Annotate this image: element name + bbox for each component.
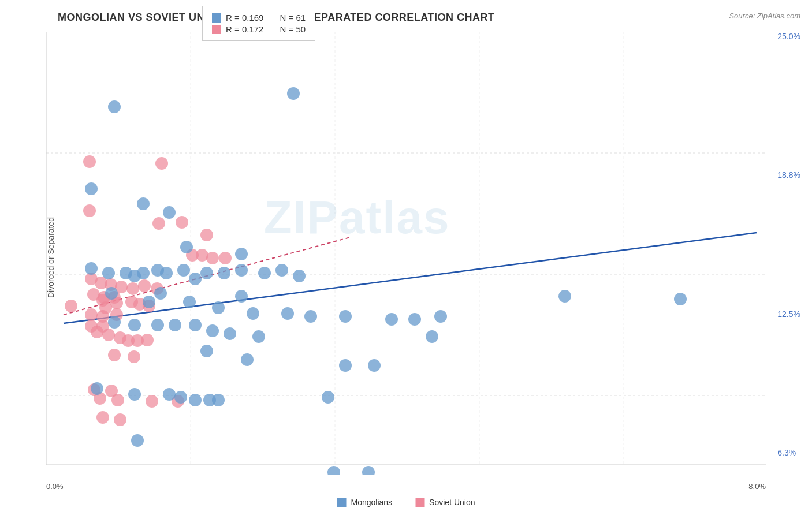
- svg-point-112: [212, 394, 225, 406]
- svg-point-41: [102, 329, 115, 341]
- svg-point-18: [200, 229, 213, 241]
- svg-point-63: [85, 182, 98, 195]
- svg-point-64: [137, 197, 150, 210]
- svg-point-65: [163, 206, 176, 219]
- svg-point-80: [258, 267, 271, 279]
- bottom-legend-mongolian: Mongolians: [337, 498, 393, 507]
- svg-point-72: [137, 267, 150, 279]
- svg-point-97: [128, 319, 141, 331]
- svg-point-35: [85, 308, 98, 321]
- mongolian-swatch: [212, 13, 221, 23]
- legend-row-mongolian: R = 0.169 N = 61: [212, 13, 306, 23]
- svg-point-101: [206, 324, 219, 337]
- svg-point-52: [146, 395, 158, 408]
- x-label-end: 8.0%: [748, 482, 766, 491]
- svg-point-90: [281, 307, 294, 320]
- svg-point-89: [247, 307, 259, 320]
- svg-point-114: [131, 434, 144, 447]
- svg-point-77: [200, 267, 213, 279]
- svg-point-100: [189, 319, 202, 331]
- svg-point-53: [96, 411, 109, 424]
- svg-point-102: [224, 327, 236, 340]
- source-label: Source: ZipAtlas.com: [729, 12, 800, 20]
- svg-point-78: [218, 267, 230, 279]
- y-axis-labels: 25.0% 18.8% 12.5% 6.3%: [777, 32, 800, 457]
- svg-point-45: [141, 334, 154, 346]
- svg-point-88: [212, 301, 225, 314]
- svg-point-57: [99, 301, 112, 314]
- svg-point-117: [558, 290, 571, 303]
- svg-point-24: [126, 282, 139, 295]
- y-label-188: 18.8%: [777, 170, 800, 180]
- svg-point-98: [151, 319, 164, 331]
- svg-point-54: [114, 413, 126, 426]
- svg-point-76: [189, 273, 202, 285]
- chart-svg-container: ZIPatlas 25.0% 18.8% 12.5% 6.3%: [46, 32, 766, 475]
- svg-point-95: [434, 310, 447, 323]
- svg-point-82: [293, 270, 306, 282]
- svg-point-93: [385, 313, 398, 326]
- svg-point-109: [174, 391, 187, 404]
- svg-point-94: [408, 313, 421, 326]
- svg-point-15: [83, 204, 96, 217]
- scatter-chart: [46, 32, 766, 475]
- svg-point-84: [154, 287, 167, 300]
- svg-point-14: [155, 157, 168, 170]
- svg-point-81: [275, 264, 288, 277]
- soviet-label: Soviet Union: [429, 498, 475, 507]
- svg-point-56: [65, 300, 77, 312]
- svg-point-92: [339, 310, 352, 323]
- mongolian-r: R = 0.169: [226, 13, 263, 23]
- svg-point-68: [85, 262, 98, 275]
- svg-point-62: [287, 87, 300, 100]
- svg-point-51: [111, 394, 124, 406]
- svg-point-69: [102, 267, 115, 279]
- svg-point-47: [128, 350, 140, 363]
- svg-point-96: [108, 316, 121, 329]
- soviet-legend-swatch: [415, 498, 424, 507]
- mongolian-n: N = 61: [280, 13, 306, 23]
- svg-point-60: [206, 252, 219, 264]
- svg-point-83: [105, 287, 118, 300]
- svg-point-115: [327, 466, 340, 475]
- svg-point-75: [177, 264, 190, 277]
- svg-point-79: [235, 264, 248, 277]
- svg-point-86: [143, 296, 155, 308]
- svg-point-121: [368, 359, 381, 372]
- mongolian-legend-swatch: [337, 498, 347, 507]
- svg-point-25: [138, 279, 151, 292]
- svg-point-66: [180, 241, 193, 253]
- svg-point-104: [200, 345, 213, 357]
- svg-point-13: [83, 155, 96, 168]
- svg-point-116: [362, 466, 375, 475]
- svg-point-40: [91, 326, 103, 338]
- y-label-125: 12.5%: [777, 309, 800, 319]
- svg-point-19: [219, 252, 232, 264]
- svg-point-99: [169, 319, 181, 331]
- x-label-start: 0.0%: [46, 482, 64, 491]
- svg-point-46: [108, 349, 121, 361]
- svg-point-105: [241, 353, 254, 366]
- chart-title: MONGOLIAN VS SOVIET UNION DIVORCED OR SE…: [58, 12, 800, 24]
- chart-container: MONGOLIAN VS SOVIET UNION DIVORCED OR SE…: [0, 0, 812, 515]
- svg-point-106: [91, 382, 103, 395]
- svg-point-74: [160, 267, 173, 279]
- y-label-63: 6.3%: [777, 448, 800, 457]
- svg-point-110: [189, 394, 202, 406]
- svg-point-91: [304, 310, 317, 323]
- svg-point-17: [176, 216, 188, 229]
- svg-point-118: [674, 293, 687, 305]
- svg-point-61: [108, 100, 121, 113]
- mongolians-label: Mongolians: [351, 498, 393, 507]
- svg-point-108: [163, 388, 176, 401]
- svg-point-87: [183, 296, 196, 308]
- svg-point-67: [235, 248, 248, 260]
- y-label-25: 25.0%: [777, 32, 800, 41]
- bottom-legend-soviet: Soviet Union: [415, 498, 475, 507]
- svg-point-85: [235, 290, 248, 303]
- svg-point-120: [339, 359, 352, 372]
- svg-point-16: [152, 217, 165, 230]
- svg-point-103: [252, 330, 265, 343]
- bottom-legend: Mongolians Soviet Union: [337, 498, 475, 507]
- svg-point-113: [322, 391, 334, 404]
